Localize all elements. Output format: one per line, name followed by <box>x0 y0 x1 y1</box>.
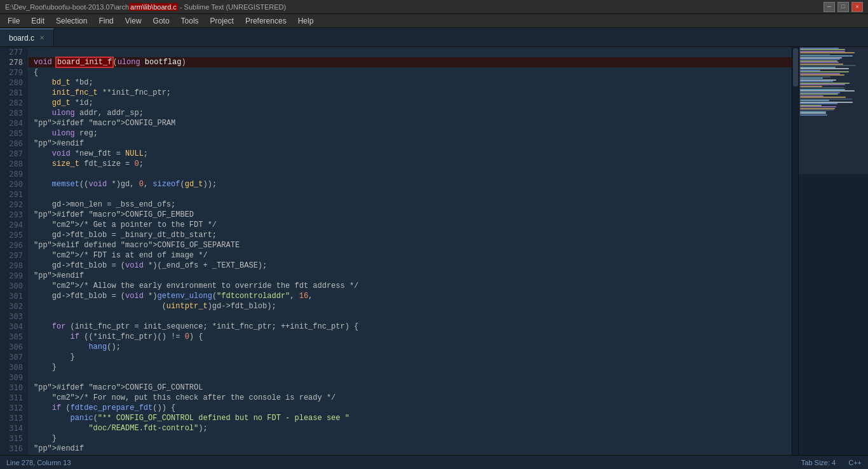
minimap-line <box>800 114 827 116</box>
code-line: gd->fdt_blob = (void *)getenv_ulong("fdt… <box>29 291 792 301</box>
vertical-scrollbar[interactable] <box>792 47 798 455</box>
menu-preferences[interactable]: Preferences <box>240 15 292 27</box>
minimap-line <box>800 106 836 107</box>
menu-edit[interactable]: Edit <box>26 15 50 27</box>
cursor-position: Line 278, Column 13 <box>6 459 71 466</box>
minimap-line <box>800 90 855 92</box>
status-bar: Line 278, Column 13 Tab Size: 4 C++ <box>0 455 868 469</box>
code-line: for (init_fnc_ptr = init_sequence; *init… <box>29 322 792 332</box>
menu-bar: File Edit Selection Find View Goto Tools… <box>0 14 868 28</box>
close-button[interactable]: ✕ <box>851 2 863 12</box>
code-line: { <box>29 67 792 78</box>
minimap-line <box>800 97 846 98</box>
tab-close-button[interactable]: ✕ <box>39 34 44 41</box>
code-line: gd->fdt_blob = _binary_dt_dtb_start; <box>29 230 792 240</box>
minimap[interactable] <box>798 47 868 455</box>
minimap-line <box>800 100 829 101</box>
code-line <box>29 311 792 322</box>
code-line: "pp">#elif defined "macro">CONFIG_OF_SEP… <box>29 240 792 250</box>
menu-project[interactable]: Project <box>205 15 239 27</box>
tab-board-c[interactable]: board.c ✕ <box>0 29 54 46</box>
line-numbers-gutter: 2772782792802812822832842852862872882892… <box>0 47 29 455</box>
code-line: "cm2">/* Get a pointer to the FDT */ <box>29 220 792 230</box>
minimap-line <box>800 103 837 104</box>
title-bar: E:\Dev_Root\uboot\u-boot-2013.07\archarm… <box>0 0 868 14</box>
minimap-line <box>800 87 844 88</box>
code-line <box>29 169 792 179</box>
tab-bar: board.c ✕ <box>0 28 868 47</box>
code-line: "pp">#ifdef "macro">CONFIG_OF_CONTROL <box>29 383 792 393</box>
code-line: ulong reg; <box>29 128 792 139</box>
code-line: } <box>29 352 792 362</box>
code-line: } <box>29 433 792 444</box>
code-line: panic("** CONFIG_OF_CONTROL defined but … <box>29 413 792 423</box>
minimap-line <box>800 112 826 114</box>
menu-tools[interactable]: Tools <box>176 15 204 27</box>
minimap-line <box>800 49 845 50</box>
code-line: "pp">#endif <box>29 139 792 149</box>
code-line: size_t fdt_size = 0; <box>29 159 792 169</box>
code-line: void *new_fdt = NULL; <box>29 149 792 159</box>
maximize-button[interactable]: □ <box>837 2 849 12</box>
syntax-indicator[interactable]: C++ <box>848 459 862 466</box>
minimap-line <box>800 109 834 111</box>
code-line: bd_t *bd; <box>29 78 792 88</box>
menu-selection[interactable]: Selection <box>51 15 92 27</box>
minimap-line <box>800 78 823 79</box>
tab-label: board.c <box>9 34 34 43</box>
title-path: E:\Dev_Root\uboot\u-boot-2013.07\archarm… <box>5 3 286 11</box>
code-line: "cm2">/* For now, put this check after t… <box>29 393 792 403</box>
code-line: gd_t *id; <box>29 98 792 108</box>
code-line: "pp">#ifdef "macro">CONFIG_PRAM <box>29 118 792 128</box>
code-line: "doc/README.fdt-control"); <box>29 423 792 433</box>
editor-main: 2772782792802812822832842852862872882892… <box>0 47 868 455</box>
code-line: if (fdtdec_prepare_fdt()) { <box>29 403 792 413</box>
minimap-line <box>800 93 838 95</box>
code-line: gd->mon_len = _bss_end_ofs; <box>29 200 792 210</box>
minimap-line <box>800 58 840 60</box>
minimap-line <box>800 55 853 57</box>
menu-goto[interactable]: Goto <box>148 15 175 27</box>
code-line: "pp">#endif <box>29 444 792 454</box>
code-line: "pp">#ifdef "macro">CONFIG_OF_EMBED <box>29 210 792 220</box>
minimap-line <box>800 71 849 72</box>
code-line <box>29 47 792 57</box>
code-line: } <box>29 362 792 372</box>
menu-find[interactable]: Find <box>93 15 118 27</box>
code-line: gd->fdt_blob = (void *)(_end_ofs + _TEXT… <box>29 261 792 271</box>
menu-help[interactable]: Help <box>293 15 319 27</box>
minimap-line <box>800 84 845 85</box>
code-line: ulong addr, addr_sp; <box>29 108 792 118</box>
menu-view[interactable]: View <box>120 15 147 27</box>
menu-file[interactable]: File <box>3 15 25 27</box>
code-line: hang(); <box>29 342 792 352</box>
code-line: "pp">#endif <box>29 271 792 281</box>
scrollbar-thumb[interactable] <box>793 48 798 86</box>
minimap-line <box>800 65 856 66</box>
code-editor[interactable]: void board_init_f(ulong bootflag){ bd_t … <box>29 47 792 455</box>
window-controls: — □ ✕ <box>824 2 863 12</box>
code-line: init_fnc_t **init_fnc_ptr; <box>29 88 792 98</box>
code-line: if ((*init_fnc_ptr)() != 0) { <box>29 332 792 342</box>
minimize-button[interactable]: — <box>824 2 835 12</box>
minimap-line <box>800 68 849 69</box>
minimap-line <box>800 62 839 63</box>
status-right: Tab Size: 4 C++ <box>801 459 862 466</box>
code-line: "cm2">/* FDT is at end of image */ <box>29 250 792 261</box>
code-line: (uintptr_t)gd->fdt_blob); <box>29 301 792 311</box>
minimap-line <box>800 74 844 76</box>
minimap-line <box>800 81 833 82</box>
code-line <box>29 372 792 383</box>
code-line: void board_init_f(ulong bootflag) <box>29 57 792 67</box>
code-line: "cm2">/* Allow the early environment to … <box>29 281 792 291</box>
tab-size-indicator[interactable]: Tab Size: 4 <box>801 459 836 466</box>
code-line: memset((void *)gd, 0, sizeof(gd_t)); <box>29 179 792 189</box>
code-line <box>29 189 792 200</box>
title-left: E:\Dev_Root\uboot\u-boot-2013.07\archarm… <box>5 3 286 11</box>
minimap-line <box>800 52 855 53</box>
